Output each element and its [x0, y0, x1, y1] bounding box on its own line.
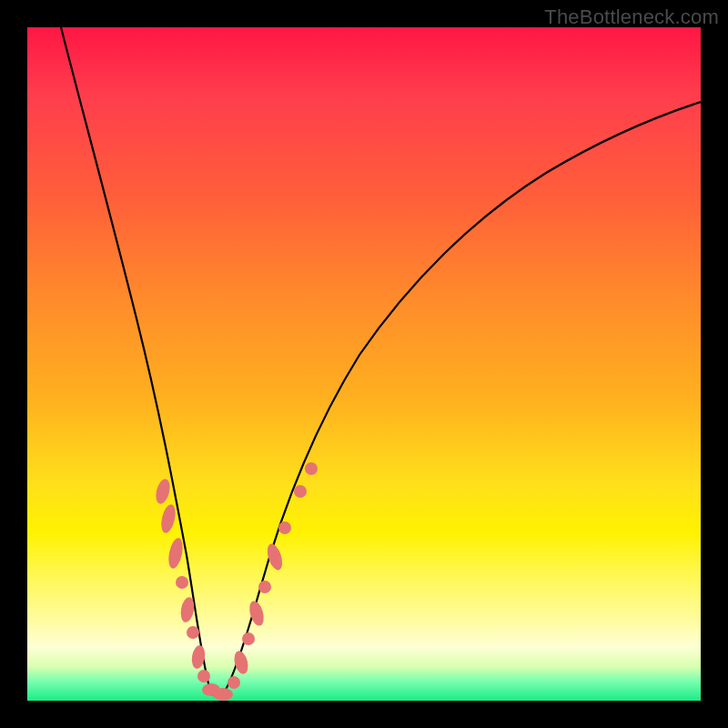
marker-right-8 [294, 485, 307, 498]
marker-right-6 [265, 542, 286, 572]
chart-container: TheBottleneck.com [0, 0, 728, 728]
plot-area [27, 27, 701, 701]
marker-bottom-2 [213, 688, 233, 701]
marker-right-5 [258, 581, 271, 593]
marker-right-9 [305, 462, 318, 475]
marker-right-3 [242, 632, 255, 645]
curve-path [61, 27, 701, 698]
marker-left-8 [197, 670, 210, 682]
marker-right-2 [232, 650, 250, 676]
marker-left-2 [159, 503, 178, 534]
marker-left-3 [167, 537, 186, 570]
watermark-text: TheBottleneck.com [544, 5, 719, 29]
marker-left-1 [154, 478, 172, 506]
marker-left-4 [176, 576, 188, 589]
bottleneck-curve [27, 27, 701, 701]
marker-right-7 [278, 521, 291, 534]
marker-left-6 [187, 626, 199, 639]
marker-right-1 [228, 676, 240, 689]
